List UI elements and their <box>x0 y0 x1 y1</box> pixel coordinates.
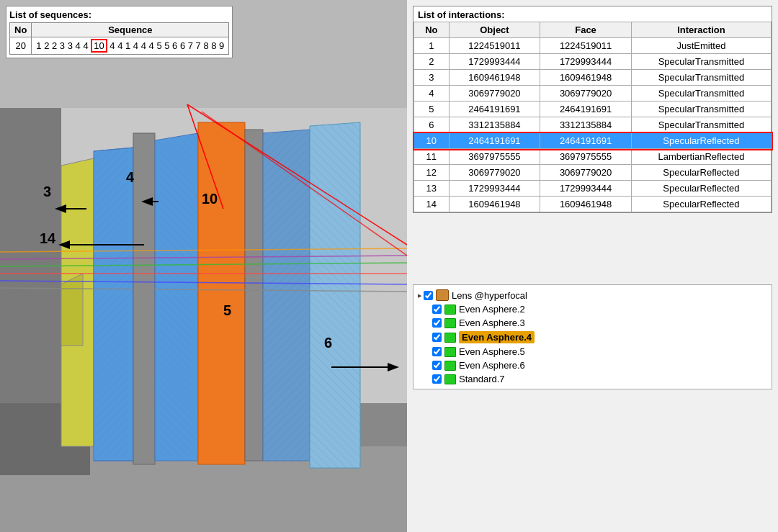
cube-icon-even5 <box>444 347 456 357</box>
cell-interaction-11: LambertianReflected <box>631 149 771 165</box>
tree-item-even2[interactable]: Even Asphere.2 <box>418 302 767 316</box>
tree-label-even5: Even Asphere.5 <box>459 346 525 357</box>
cell-face-6: 3312135884 <box>540 117 632 133</box>
col-interaction: Interaction <box>631 22 771 38</box>
cell-no-5: 5 <box>414 102 450 117</box>
tree-label-std7: Standard.7 <box>459 374 505 384</box>
checkbox-lens[interactable] <box>424 291 433 300</box>
left-panel: List of sequences: No Sequence 20 1 2 2 … <box>0 0 407 532</box>
cell-no-3: 3 <box>414 70 450 86</box>
seq-before: 1 2 2 3 3 4 4 <box>36 40 91 51</box>
cube-icon-even3 <box>444 318 456 328</box>
seq-highlighted-number: 10 <box>91 39 107 53</box>
svg-rect-11 <box>133 133 155 464</box>
cell-no-6: 6 <box>414 117 450 133</box>
cell-face-3: 1609461948 <box>540 70 632 86</box>
ray-label-5: 5 <box>223 302 231 319</box>
cell-object-13: 1729993444 <box>449 181 540 197</box>
cell-interaction-2: SpecularTransmitted <box>631 54 771 70</box>
interaction-row-12[interactable]: 1230697790203069779020SpecularReflected <box>414 165 772 181</box>
sequence-row: 20 1 2 2 3 3 4 4 10 4 4 1 4 4 4 5 5 6 6 … <box>10 37 229 55</box>
col-no: No <box>414 22 450 38</box>
cell-no-11: 11 <box>414 149 450 165</box>
sequence-label: List of sequences: <box>9 9 229 20</box>
interaction-row-13[interactable]: 1317299934441729993444SpecularReflected <box>414 181 772 197</box>
tree-label-lens: Lens @hyperfocal <box>452 290 527 301</box>
cell-no-13: 13 <box>414 181 450 197</box>
cell-interaction-12: SpecularReflected <box>631 165 771 181</box>
cube-icon-std7 <box>444 374 456 384</box>
sequence-table: No Sequence 20 1 2 2 3 3 4 4 10 4 4 1 4 … <box>9 22 229 55</box>
cell-no-4: 4 <box>414 86 450 102</box>
ray-label-3: 3 <box>43 184 51 200</box>
tree-item-even4[interactable]: Even Asphere.4 <box>418 330 767 345</box>
interactions-header-row: No Object Face Interaction <box>414 22 772 38</box>
interaction-row-5[interactable]: 524641916912464191691SpecularTransmitted <box>414 102 772 117</box>
seq-col-sequence: Sequence <box>32 23 229 37</box>
cell-face-13: 1729993444 <box>540 181 632 197</box>
cube-icon-even6 <box>444 361 456 371</box>
interaction-row-1[interactable]: 112245190111224519011JustEmitted <box>414 38 772 54</box>
checkbox-std7[interactable] <box>432 374 442 384</box>
interaction-row-10[interactable]: 1024641916912464191691SpecularReflected <box>414 133 772 149</box>
checkbox-even5[interactable] <box>432 347 442 356</box>
seq-value: 1 2 2 3 3 4 4 10 4 4 1 4 4 4 5 5 6 6 7 7… <box>32 37 229 55</box>
cell-interaction-13: SpecularReflected <box>631 181 771 197</box>
tree-label-even3: Even Asphere.3 <box>459 317 525 328</box>
checkbox-even6[interactable] <box>432 361 442 370</box>
checkbox-even2[interactable] <box>432 305 442 314</box>
right-panel: List of interactions: No Object Face Int… <box>407 0 778 532</box>
tree-item-even3[interactable]: Even Asphere.3 <box>418 316 767 330</box>
tree-item-std7[interactable]: Standard.7 <box>418 372 767 386</box>
cell-no-12: 12 <box>414 165 450 181</box>
tree-item-lens[interactable]: ▸Lens @hyperfocal <box>418 288 767 302</box>
cell-object-10: 2464191691 <box>449 133 540 149</box>
cell-object-1: 1224519011 <box>449 38 540 54</box>
interaction-row-6[interactable]: 633121358843312135884SpecularTransmitted <box>414 117 772 133</box>
interactions-label: List of interactions: <box>413 6 772 22</box>
cell-interaction-14: SpecularReflected <box>631 197 771 212</box>
tree-label-even6: Even Asphere.6 <box>459 360 525 371</box>
cell-object-6: 3312135884 <box>449 117 540 133</box>
svg-marker-22 <box>310 122 360 468</box>
checkbox-even4[interactable] <box>432 333 442 342</box>
cell-face-5: 2464191691 <box>540 102 632 117</box>
interaction-row-4[interactable]: 430697790203069779020SpecularTransmitted <box>414 86 772 102</box>
checkbox-even3[interactable] <box>432 318 442 328</box>
cell-no-10: 10 <box>414 133 450 149</box>
cell-interaction-3: SpecularTransmitted <box>631 70 771 86</box>
cell-object-2: 1729993444 <box>449 54 540 70</box>
cell-no-2: 2 <box>414 54 450 70</box>
cell-interaction-6: SpecularTransmitted <box>631 117 771 133</box>
seq-after: 4 4 1 4 4 4 5 5 6 6 7 7 8 8 9 <box>107 40 225 51</box>
cell-face-4: 3069779020 <box>540 86 632 102</box>
ray-label-4: 4 <box>126 169 134 186</box>
cube-icon-even4 <box>444 333 456 343</box>
seq-no: 20 <box>10 37 32 55</box>
cell-object-14: 1609461948 <box>449 197 540 212</box>
cell-interaction-5: SpecularTransmitted <box>631 102 771 117</box>
interaction-row-11[interactable]: 1136979755553697975555LambertianReflecte… <box>414 149 772 165</box>
svg-rect-4 <box>0 108 61 432</box>
cell-face-2: 1729993444 <box>540 54 632 70</box>
tree-label-even2: Even Asphere.2 <box>459 304 525 315</box>
cell-object-11: 3697975555 <box>449 149 540 165</box>
svg-rect-13 <box>198 122 245 464</box>
cell-no-14: 14 <box>414 197 450 212</box>
cell-face-12: 3069779020 <box>540 165 632 181</box>
cell-object-5: 2464191691 <box>449 102 540 117</box>
tree-container: ▸Lens @hyperfocalEven Asphere.2Even Asph… <box>413 284 772 389</box>
cell-face-14: 1609461948 <box>540 197 632 212</box>
interaction-row-3[interactable]: 316094619481609461948SpecularTransmitted <box>414 70 772 86</box>
tree-item-even5[interactable]: Even Asphere.5 <box>418 345 767 359</box>
ray-label-6: 6 <box>324 335 332 351</box>
tree-label-even4: Even Asphere.4 <box>459 331 535 343</box>
cell-interaction-1: JustEmitted <box>631 38 771 54</box>
interactions-table: No Object Face Interaction 1122451901112… <box>413 22 772 212</box>
sequence-table-container: List of sequences: No Sequence 20 1 2 2 … <box>6 6 233 58</box>
interaction-row-2[interactable]: 217299934441729993444SpecularTransmitted <box>414 54 772 70</box>
svg-marker-20 <box>155 133 198 461</box>
interaction-row-14[interactable]: 1416094619481609461948SpecularReflected <box>414 197 772 212</box>
interactions-container: List of interactions: No Object Face Int… <box>413 6 772 213</box>
tree-item-even6[interactable]: Even Asphere.6 <box>418 359 767 372</box>
